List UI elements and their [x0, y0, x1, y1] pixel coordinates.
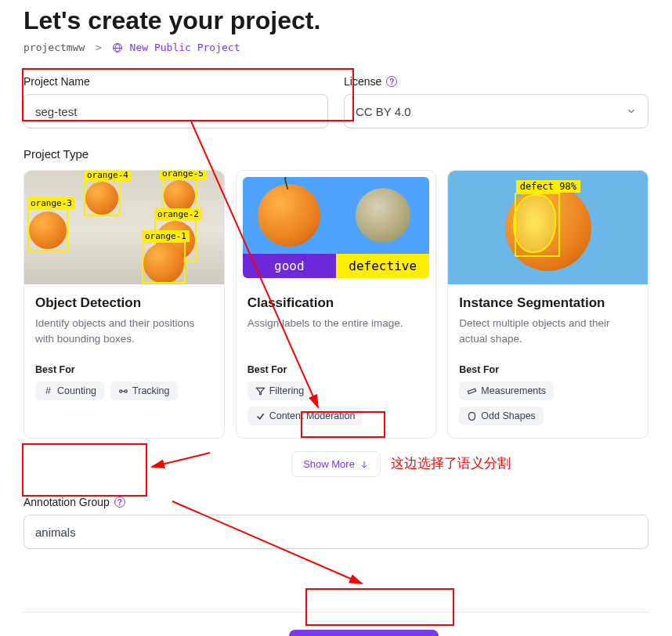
card-object-detection[interactable]: orange-3 orange-4 orange-5 orange-2 oran… [23, 170, 225, 439]
tag-content-moderation: Content Moderation [247, 407, 363, 425]
card-desc: Detect multiple objects and their actual… [459, 316, 637, 347]
license-label: License ? [344, 75, 649, 88]
annotation-group-label: Annotation Group ? [23, 496, 649, 508]
breadcrumb-current: New Public Project [113, 42, 240, 53]
blob-icon [467, 411, 477, 421]
card-title: Object Detection [35, 295, 213, 311]
tag-counting: #Counting [35, 381, 104, 400]
check-icon [255, 411, 266, 421]
annotation-note: 这边选择了语义分割 [391, 454, 511, 472]
tag-measurements: Measurements [459, 381, 554, 400]
card-image: good defective [237, 171, 436, 284]
card-classification[interactable]: good defective Classification Assign lab… [236, 170, 437, 439]
help-icon[interactable]: ? [386, 76, 397, 87]
breadcrumb-root[interactable]: projectmww [23, 42, 85, 53]
best-for-label: Best For [35, 364, 213, 375]
tracking-icon [118, 386, 128, 396]
license-select[interactable]: CC BY 4.0 [344, 94, 649, 128]
license-field: License ? CC BY 4.0 [344, 75, 649, 128]
project-type-cards: orange-3 orange-4 orange-5 orange-2 oran… [23, 170, 649, 439]
svg-rect-4 [468, 388, 476, 393]
card-desc: Assign labels to the entire image. [247, 316, 425, 347]
filter-icon [255, 386, 266, 396]
svg-point-0 [120, 389, 122, 392]
breadcrumb: projectmww > New Public Project [23, 42, 649, 53]
project-name-label: Project Name [23, 75, 328, 88]
card-title: Instance Segmentation [459, 295, 637, 311]
best-for-label: Best For [459, 364, 637, 375]
annotation-group-input[interactable]: animals [23, 515, 649, 549]
tag-odd-shapes: Odd Shapes [459, 407, 544, 425]
best-for-label: Best For [247, 364, 425, 375]
card-desc: Identify objects and their positions wit… [35, 316, 213, 347]
svg-marker-3 [256, 388, 264, 394]
svg-point-1 [125, 389, 127, 392]
tag-filtering: Filtering [247, 381, 312, 400]
page-title: Let's create your project. [23, 6, 649, 35]
show-more-button[interactable]: Show More [291, 451, 381, 477]
card-instance-segmentation[interactable]: defect 98% Instance Segmentation Detect … [447, 170, 649, 439]
project-type-label: Project Type [23, 147, 649, 161]
help-icon[interactable]: ? [114, 497, 125, 508]
breadcrumb-sep: > [96, 42, 102, 53]
card-title: Classification [247, 295, 425, 311]
chevron-down-icon [626, 106, 637, 117]
project-name-input[interactable]: seg-test [23, 94, 328, 128]
project-name-field: Project Name seg-test [23, 75, 328, 128]
arrow-down-icon [359, 460, 369, 469]
hash-icon: # [43, 386, 53, 396]
ruler-icon [467, 386, 477, 396]
globe-icon [113, 43, 122, 52]
card-image: defect 98% [448, 171, 648, 284]
tag-tracking: Tracking [110, 381, 177, 400]
card-image: orange-3 orange-4 orange-5 orange-2 oran… [24, 171, 224, 284]
footer: Cancel Create Public Project [23, 612, 649, 636]
create-public-project-button[interactable]: Create Public Project [289, 630, 439, 636]
